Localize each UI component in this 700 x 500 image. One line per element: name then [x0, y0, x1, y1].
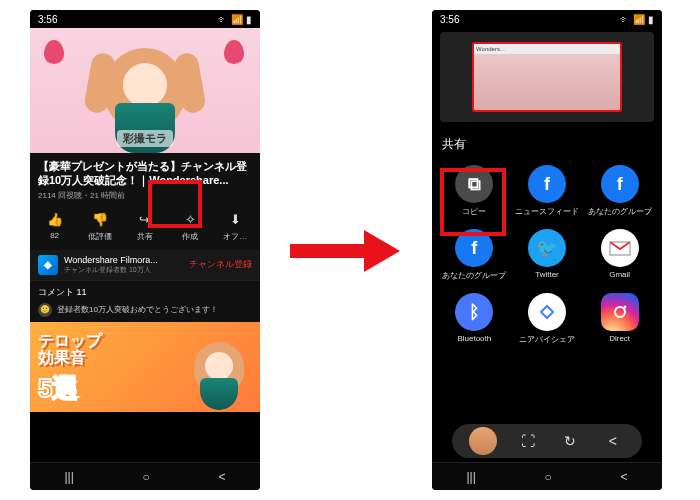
nav-back-icon[interactable]: <: [621, 470, 628, 484]
character-name: 彩撮モラ: [117, 130, 173, 147]
facebook-icon: f: [601, 165, 639, 203]
status-icons: ᯤ 📶 ▮: [218, 14, 252, 25]
video-stats: 2114 回視聴・21 時間前: [38, 190, 252, 201]
share-item-bluetooth[interactable]: ᛒ Bluetooth: [438, 289, 511, 349]
share-item-gmail[interactable]: Gmail: [583, 225, 656, 285]
channel-row[interactable]: ◆ Wondershare Filmora... チャンネル登録者数 10万人 …: [30, 250, 260, 280]
phone-youtube-view: 3:56 ᯤ 📶 ▮ 彩撮モラ 【豪華プレゼントが当たる】チャンネル登録10万人…: [30, 10, 260, 490]
status-time: 3:56: [440, 14, 459, 25]
comment-text: 登録者数10万人突破おめでとうございます！: [57, 304, 252, 315]
svg-point-2: [623, 306, 626, 309]
comments-header: コメント 11: [38, 286, 252, 299]
status-signal-icon: 📶: [633, 14, 645, 25]
video-thumbnail[interactable]: 彩撮モラ: [30, 28, 260, 153]
thumbs-down-icon: 👎: [91, 211, 109, 229]
pill-crop-icon[interactable]: ⛶: [516, 429, 540, 453]
dislike-button[interactable]: 👎 低評価: [79, 211, 121, 242]
commenter-avatar: 🙂: [38, 303, 52, 317]
video-meta: 【豪華プレゼントが当たる】チャンネル登録10万人突破記念！｜Wondershar…: [30, 153, 260, 203]
highlight-share-button: [148, 180, 202, 228]
share-item-fb-group[interactable]: f あなたのグループ: [583, 161, 656, 221]
share-item-fb-feed[interactable]: f ニュースフィード: [511, 161, 584, 221]
status-bar: 3:56 ᯤ 📶 ▮: [432, 10, 662, 28]
channel-name: Wondershare Filmora...: [64, 255, 183, 265]
create-label: 作成: [182, 231, 198, 242]
nav-back-icon[interactable]: <: [219, 470, 226, 484]
rec-title-line1: テロップ効果音: [38, 332, 102, 367]
phone-share-sheet: 3:56 ᯤ 📶 ▮ 共有 ⧉ コピー f ニュースフィード f あなたのグルー…: [432, 10, 662, 490]
status-time: 3:56: [38, 14, 57, 25]
thumbs-up-icon: 👍: [46, 211, 64, 229]
nav-recents-icon[interactable]: |||: [64, 470, 73, 484]
video-action-row: 👍 82 👎 低評価 ↪ 共有 ✧ 作成 ⬇ オフ…: [30, 203, 260, 250]
arrow-icon: [290, 230, 400, 270]
share-item-direct[interactable]: Direct: [583, 289, 656, 349]
video-title[interactable]: 【豪華プレゼントが当たる】チャンネル登録10万人突破記念！｜Wondershar…: [38, 159, 252, 188]
channel-subs: チャンネル登録者数 10万人: [64, 265, 183, 275]
android-navbar: ||| ○ <: [30, 462, 260, 490]
offline-button[interactable]: ⬇ オフ…: [214, 211, 256, 242]
pill-share-icon[interactable]: <: [601, 429, 625, 453]
like-count: 82: [50, 231, 59, 240]
facebook-icon: f: [528, 165, 566, 203]
rec-big-number: 5選: [38, 371, 78, 406]
dislike-label: 低評価: [88, 231, 112, 242]
status-signal-icon: 📶: [231, 14, 243, 25]
rec-character-illustration: [184, 332, 254, 412]
status-wifi-icon: ᯤ: [620, 14, 630, 25]
nearby-share-icon: [528, 293, 566, 331]
svg-point-1: [615, 307, 625, 317]
share-label: 共有: [137, 231, 153, 242]
nav-recents-icon[interactable]: |||: [466, 470, 475, 484]
bluetooth-icon: ᛒ: [455, 293, 493, 331]
nav-home-icon[interactable]: ○: [143, 470, 150, 484]
offline-label: オフ…: [223, 231, 247, 242]
channel-logo-icon: ◆: [38, 255, 58, 275]
status-battery-icon: ▮: [648, 14, 654, 25]
status-icons: ᯤ 📶 ▮: [620, 14, 654, 25]
comment-row: 🙂 登録者数10万人突破おめでとうございます！: [38, 303, 252, 317]
subscribe-button[interactable]: チャンネル登録: [189, 258, 252, 271]
comments-section[interactable]: コメント 11 🙂 登録者数10万人突破おめでとうございます！: [30, 280, 260, 322]
share-item-nearby[interactable]: ニアバイシェア: [511, 289, 584, 349]
nav-home-icon[interactable]: ○: [545, 470, 552, 484]
gmail-icon: [601, 229, 639, 267]
status-wifi-icon: ᯤ: [218, 14, 228, 25]
pill-thumbnail[interactable]: [469, 427, 497, 455]
smart-select-pill: ⛶ ↻ <: [452, 424, 642, 458]
share-sheet-title: 共有: [432, 130, 662, 157]
status-bar: 3:56 ᯤ 📶 ▮: [30, 10, 260, 28]
twitter-icon: 🐦: [528, 229, 566, 267]
instagram-icon: [601, 293, 639, 331]
recommended-thumbnail[interactable]: テロップ効果音 5選: [30, 322, 260, 412]
share-item-twitter[interactable]: 🐦 Twitter: [511, 225, 584, 285]
pill-rotate-icon[interactable]: ↻: [558, 429, 582, 453]
download-icon: ⬇: [226, 211, 244, 229]
share-preview-card: [472, 42, 622, 112]
like-button[interactable]: 👍 82: [34, 211, 76, 242]
android-navbar: ||| ○ <: [432, 462, 662, 490]
share-preview-thumbnail: [440, 32, 654, 122]
status-battery-icon: ▮: [246, 14, 252, 25]
highlight-copy-button: [440, 168, 506, 236]
